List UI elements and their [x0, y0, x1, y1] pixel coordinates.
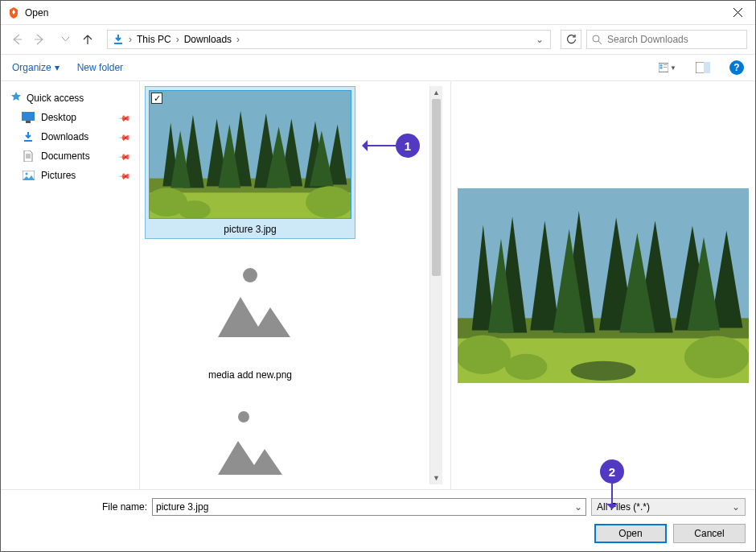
preview-pane — [451, 81, 755, 489]
chevron-down-icon: ⌄ — [732, 501, 740, 513]
forward-button[interactable] — [31, 31, 47, 47]
file-name-label: media add new.png — [148, 365, 352, 381]
sidebar-item-downloads[interactable]: Downloads 📌 — [6, 129, 134, 145]
svg-point-22 — [238, 411, 249, 422]
up-button[interactable] — [80, 31, 96, 47]
view-thumbnails-button[interactable]: ▼ — [659, 59, 676, 76]
sidebar-item-documents[interactable]: Documents 📌 — [6, 148, 134, 164]
pin-icon: 📌 — [118, 111, 131, 124]
command-bar: Organize ▾ New folder ▼ ? — [1, 54, 755, 81]
address-dropdown-button[interactable]: ⌄ — [532, 34, 547, 45]
quick-access-group[interactable]: Quick access — [6, 89, 134, 106]
breadcrumb-downloads[interactable]: Downloads — [183, 34, 233, 45]
callout-2: 2 — [600, 459, 624, 508]
preview-image — [458, 188, 749, 383]
file-item[interactable]: media add new.png — [145, 242, 355, 384]
desktop-icon — [22, 111, 35, 124]
svg-point-1 — [593, 35, 599, 42]
preview-pane-button[interactable] — [694, 59, 712, 76]
callout-1: 1 — [364, 134, 420, 158]
picture-icon — [22, 169, 35, 182]
svg-rect-11 — [26, 121, 31, 123]
chevron-down-icon: ▾ — [55, 62, 60, 73]
chevron-down-icon: ▼ — [670, 64, 676, 72]
breadcrumb-this-pc[interactable]: This PC — [135, 34, 173, 45]
svg-rect-9 — [704, 62, 710, 73]
svg-rect-10 — [22, 112, 35, 121]
search-placeholder: Search Downloads — [607, 34, 688, 45]
file-name-label: File name: — [91, 501, 147, 513]
sidebar-item-pictures[interactable]: Pictures 📌 — [6, 167, 134, 183]
sidebar-item-desktop[interactable]: Desktop 📌 — [6, 109, 134, 126]
chevron-right-icon: › — [127, 34, 134, 45]
address-bar[interactable]: › This PC › Downloads › ⌄ — [107, 30, 551, 49]
download-icon — [22, 130, 35, 143]
pin-icon: 📌 — [118, 169, 131, 182]
nav-row: › This PC › Downloads › ⌄ Search Downloa… — [1, 25, 755, 54]
window-title: Open — [25, 7, 48, 19]
file-name-input[interactable]: picture 3.jpg ⌄ — [152, 498, 586, 516]
title-bar: Open — [1, 1, 755, 25]
svg-rect-6 — [664, 64, 668, 65]
vertical-scrollbar[interactable]: ▲ ▼ — [429, 86, 442, 484]
file-name-label: picture 3.jpg — [149, 219, 351, 235]
chevron-right-icon: › — [235, 34, 241, 45]
search-icon — [592, 35, 602, 45]
svg-rect-12 — [24, 140, 32, 142]
navigation-pane: Quick access Desktop 📌 Downloads 📌 — [1, 81, 139, 489]
svg-point-28 — [505, 353, 547, 379]
download-folder-icon — [111, 32, 125, 47]
app-icon — [7, 6, 20, 19]
svg-rect-7 — [664, 67, 668, 68]
organize-menu-button[interactable]: Organize ▾ — [12, 62, 60, 73]
scroll-up-button[interactable]: ▲ — [430, 86, 442, 99]
scroll-thumb[interactable] — [432, 99, 441, 276]
svg-point-29 — [571, 360, 636, 380]
document-icon — [22, 150, 35, 163]
svg-point-27 — [684, 336, 749, 377]
file-thumbnail — [149, 390, 351, 484]
svg-rect-5 — [660, 67, 663, 68]
chevron-down-icon[interactable]: ⌄ — [574, 501, 582, 513]
file-item[interactable] — [145, 387, 355, 484]
chevron-right-icon: › — [175, 34, 181, 45]
file-item-selected[interactable]: ✓ picture 3.jpg — [145, 86, 355, 239]
svg-line-2 — [598, 41, 602, 44]
scroll-down-button[interactable]: ▼ — [430, 472, 442, 484]
star-icon — [10, 91, 22, 105]
dialog-footer: File name: picture 3.jpg ⌄ All Files (*.… — [1, 489, 755, 551]
new-folder-button[interactable]: New folder — [77, 62, 123, 73]
recent-locations-button[interactable] — [57, 31, 73, 47]
svg-point-21 — [243, 268, 257, 282]
cancel-button[interactable]: Cancel — [673, 524, 746, 543]
svg-rect-4 — [660, 64, 663, 66]
file-thumbnail: ✓ — [149, 90, 351, 219]
help-button[interactable]: ? — [729, 60, 744, 75]
back-button[interactable] — [9, 31, 25, 47]
pin-icon: 📌 — [118, 150, 131, 163]
open-button[interactable]: Open — [594, 524, 667, 543]
svg-point-26 — [458, 335, 511, 373]
file-thumbnail — [149, 245, 351, 365]
svg-point-14 — [25, 173, 27, 175]
refresh-button[interactable] — [561, 30, 581, 49]
window-close-button[interactable] — [720, 2, 755, 24]
svg-rect-0 — [114, 43, 122, 44]
search-input[interactable]: Search Downloads — [586, 30, 747, 49]
nav-arrows — [9, 31, 96, 47]
pin-icon: 📌 — [118, 130, 131, 143]
checkbox-checked-icon[interactable]: ✓ — [151, 93, 162, 104]
